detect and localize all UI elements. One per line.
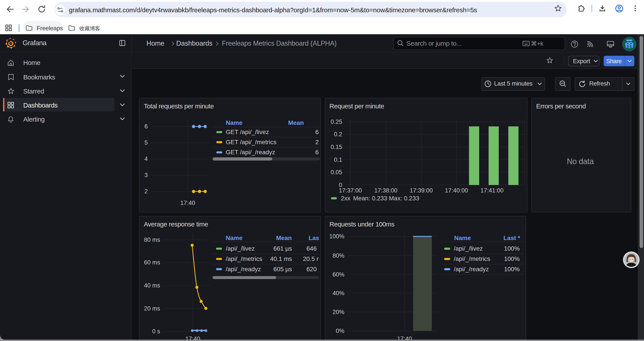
svg-text:Last *: Last * (503, 235, 520, 241)
svg-text:100%: 100% (504, 255, 520, 262)
svg-text:3: 3 (144, 172, 148, 178)
svg-text:Name: Name (226, 235, 242, 241)
svg-text:17:38:00: 17:38:00 (374, 187, 397, 194)
svg-text:60%: 60% (332, 271, 344, 278)
svg-text:GET /api/_/livez: GET /api/_/livez (226, 129, 269, 135)
svg-text:40%: 40% (332, 290, 344, 296)
svg-text:4: 4 (144, 156, 148, 162)
svg-text:17:41:00: 17:41:00 (480, 187, 503, 194)
svg-text:100%: 100% (329, 233, 344, 240)
svg-text:0.1: 0.1 (334, 156, 342, 163)
svg-text:Mean: Mean (276, 235, 292, 241)
svg-text:0%: 0% (336, 327, 344, 334)
svg-text:0 s: 0 s (152, 328, 160, 335)
svg-text:17:39:00: 17:39:00 (410, 187, 432, 194)
svg-text:6: 6 (144, 123, 148, 130)
svg-text:60 ms: 60 ms (144, 259, 160, 266)
svg-text:20 ms: 20 ms (144, 305, 160, 312)
svg-text:/api/_/metrics: /api/_/metrics (454, 255, 490, 262)
svg-text:5: 5 (144, 139, 148, 146)
svg-text:2: 2 (315, 139, 319, 146)
svg-text:0.05: 0.05 (330, 169, 342, 176)
svg-text:Name: Name (454, 235, 470, 241)
svg-text:6: 6 (315, 129, 319, 135)
svg-text:0.2: 0.2 (334, 131, 342, 138)
svg-text:40 ms: 40 ms (144, 282, 160, 289)
svg-text:661 µs: 661 µs (273, 245, 292, 252)
svg-text:17:40: 17:40 (180, 200, 195, 206)
svg-text:/api/_/readyz: /api/_/readyz (454, 266, 488, 272)
svg-text:17:37:00: 17:37:00 (339, 187, 362, 194)
svg-text:/api/_/readyz: /api/_/readyz (226, 266, 261, 272)
svg-text:Mean: Mean (288, 119, 304, 126)
svg-text:Mean: 0.233: Mean: 0.233 (353, 195, 387, 202)
svg-text:20.5 ms: 20.5 ms (303, 255, 321, 262)
svg-text:605 µs: 605 µs (273, 266, 292, 272)
svg-text:6: 6 (315, 149, 319, 156)
svg-text:2xx: 2xx (341, 195, 350, 202)
svg-text:17:40: 17:40 (397, 335, 412, 340)
svg-text:17:40: 17:40 (186, 335, 200, 340)
svg-text:100%: 100% (504, 245, 520, 252)
svg-text:80%: 80% (332, 252, 344, 259)
svg-text:40.1 ms: 40.1 ms (270, 255, 292, 262)
svg-text:Name: Name (226, 119, 242, 126)
svg-text:80 ms: 80 ms (144, 237, 160, 243)
svg-text:/api/_/livez: /api/_/livez (226, 245, 255, 252)
svg-text:0.15: 0.15 (330, 144, 342, 150)
svg-text:17:40:00: 17:40:00 (445, 187, 468, 194)
svg-text:Max: 0.233: Max: 0.233 (389, 195, 419, 202)
svg-text:/api/_/livez: /api/_/livez (454, 245, 482, 252)
svg-text:100%: 100% (504, 266, 520, 272)
svg-text:2: 2 (144, 188, 148, 195)
svg-text:20%: 20% (332, 309, 344, 315)
svg-text:/api/_/metrics: /api/_/metrics (226, 255, 262, 262)
svg-text:GET /api/_/metrics: GET /api/_/metrics (226, 139, 276, 146)
svg-text:0.25: 0.25 (330, 119, 342, 125)
svg-text:GET /api/_/readyz: GET /api/_/readyz (226, 149, 275, 156)
